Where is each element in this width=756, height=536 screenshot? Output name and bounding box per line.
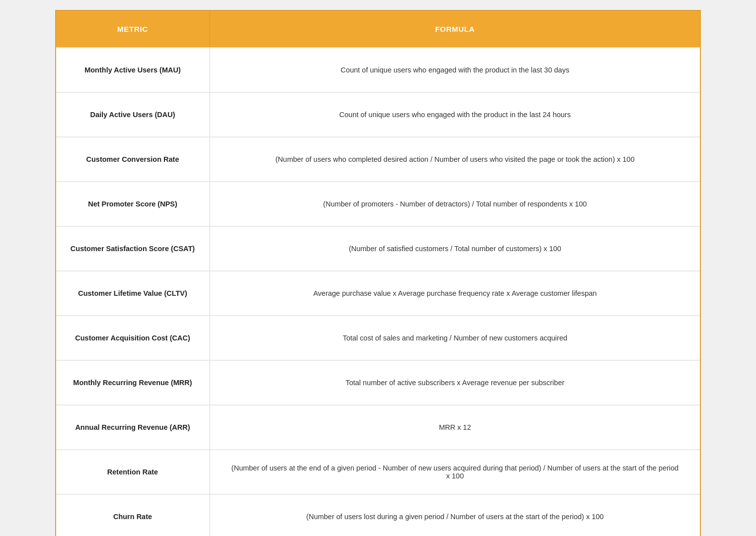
formula-cell: MRR x 12 bbox=[210, 405, 700, 449]
metrics-table: METRIC FORMULA Monthly Active Users (MAU… bbox=[55, 10, 701, 536]
metric-column-header: METRIC bbox=[56, 11, 210, 47]
table-row: Retention Rate(Number of users at the en… bbox=[56, 449, 700, 494]
formula-cell: (Number of users at the end of a given p… bbox=[210, 450, 700, 494]
metric-cell: Monthly Active Users (MAU) bbox=[56, 48, 210, 92]
metric-cell: Retention Rate bbox=[56, 450, 210, 494]
formula-cell: (Number of promoters - Number of detract… bbox=[210, 182, 700, 226]
metric-cell: Customer Lifetime Value (CLTV) bbox=[56, 271, 210, 315]
table-body: Monthly Active Users (MAU)Count of uniqu… bbox=[56, 47, 700, 536]
table-row: Monthly Recurring Revenue (MRR)Total num… bbox=[56, 360, 700, 404]
formula-column-header: FORMULA bbox=[210, 11, 700, 47]
metric-cell: Churn Rate bbox=[56, 495, 210, 536]
formula-cell: Total number of active subscribers x Ave… bbox=[210, 361, 700, 404]
metric-cell: Daily Active Users (DAU) bbox=[56, 93, 210, 136]
table-row: Annual Recurring Revenue (ARR)MRR x 12 bbox=[56, 404, 700, 449]
table-row: Net Promoter Score (NPS)(Number of promo… bbox=[56, 181, 700, 226]
metric-cell: Net Promoter Score (NPS) bbox=[56, 182, 210, 226]
formula-cell: Average purchase value x Average purchas… bbox=[210, 271, 700, 315]
formula-cell: Count of unique users who engaged with t… bbox=[210, 48, 700, 92]
table-header: METRIC FORMULA bbox=[56, 11, 700, 47]
metric-cell: Customer Satisfaction Score (CSAT) bbox=[56, 227, 210, 270]
metric-cell: Customer Acquisition Cost (CAC) bbox=[56, 316, 210, 360]
table-row: Daily Active Users (DAU)Count of unique … bbox=[56, 92, 700, 136]
formula-cell: (Number of users lost during a given per… bbox=[210, 495, 700, 536]
metric-cell: Annual Recurring Revenue (ARR) bbox=[56, 405, 210, 449]
table-row: Customer Satisfaction Score (CSAT)(Numbe… bbox=[56, 226, 700, 270]
formula-cell: (Number of users who completed desired a… bbox=[210, 137, 700, 181]
table-row: Churn Rate(Number of users lost during a… bbox=[56, 494, 700, 536]
formula-cell: Count of unique users who engaged with t… bbox=[210, 93, 700, 136]
metric-cell: Customer Conversion Rate bbox=[56, 137, 210, 181]
formula-cell: Total cost of sales and marketing / Numb… bbox=[210, 316, 700, 360]
table-row: Customer Lifetime Value (CLTV)Average pu… bbox=[56, 270, 700, 315]
table-row: Monthly Active Users (MAU)Count of uniqu… bbox=[56, 47, 700, 92]
formula-cell: (Number of satisfied customers / Total n… bbox=[210, 227, 700, 270]
table-row: Customer Conversion Rate(Number of users… bbox=[56, 136, 700, 181]
table-row: Customer Acquisition Cost (CAC)Total cos… bbox=[56, 315, 700, 360]
metric-cell: Monthly Recurring Revenue (MRR) bbox=[56, 361, 210, 404]
